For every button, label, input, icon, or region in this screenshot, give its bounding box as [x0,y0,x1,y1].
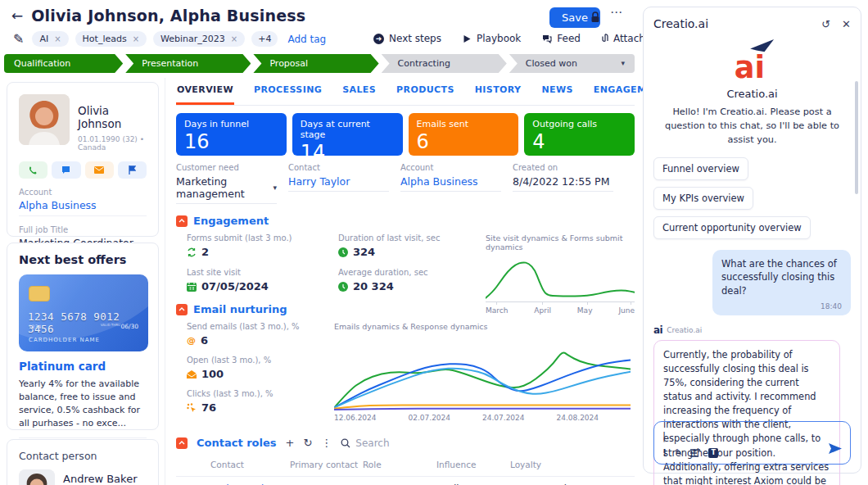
assistant-name: Creatio.ai [653,88,851,100]
site-visit-chart-plot [486,255,635,302]
contact-photo [19,94,70,145]
reset-chat-icon[interactable]: ↺ [821,18,830,30]
kebab-menu-icon[interactable]: ⋮ [321,437,332,449]
contact-person-title: Contact person [19,450,147,462]
customer-need-select[interactable]: Marketing management ▾ [176,175,277,204]
text-cursor: | [662,431,666,442]
kpi-outgoing-calls: Outgoing calls 4 [524,113,635,156]
main-content: OVERVIEW PROCESSING SALES PRODUCTS HISTO… [176,79,635,485]
tab-overview[interactable]: OVERVIEW [176,79,234,105]
remove-tag-icon[interactable]: × [133,34,139,43]
creatio-ai-small-logo: ai [653,324,662,336]
more-tags-chip[interactable]: +4 [251,31,278,47]
flag-button[interactable] [118,161,147,179]
tab-bar: OVERVIEW PROCESSING SALES PRODUCTS HISTO… [176,79,635,106]
attach-pen-icon[interactable]: ✎ [675,447,682,458]
created-on-label: Created on [513,163,613,172]
card-chip [29,286,50,301]
contact-person-photo [19,469,55,485]
stage-pipeline: Qualification Presentation Proposal Cont… [4,54,635,73]
account-field-link[interactable]: Alpha Business [400,175,501,192]
card-expiry: 06/30 [120,323,138,330]
collapse-icon[interactable] [176,215,188,227]
account-field-label: Account [400,163,501,172]
roles-search[interactable] [341,437,429,449]
account-link[interactable]: Alpha Business [19,199,147,216]
offer-link[interactable]: Platinum card [19,360,147,373]
refresh-icon[interactable]: ↻ [303,437,312,449]
detail-fields: Customer need Marketing management ▾ Con… [176,163,635,204]
next-steps-button[interactable]: ➜ Next steps [373,33,441,44]
page-title: Olivia Johnson, Alpha Business [31,7,305,25]
quick-actions [19,161,147,179]
stage-closed-won[interactable]: Closed won ▾ [509,54,635,73]
back-icon[interactable]: ← [11,7,23,24]
emails-dynamics-chart-xlabels: 12.06.202402.07.2024 24.07.202424.08.202… [334,414,631,422]
offers-title: Next best offers [19,253,147,266]
stage-dropdown-icon[interactable]: ▾ [621,54,625,73]
engagement-section-header: Engagement [176,215,635,227]
collapse-icon[interactable] [176,437,188,449]
tab-history[interactable]: HISTORY [474,79,522,105]
more-menu-icon[interactable]: ⋯ [610,5,623,20]
phone-icon [29,165,38,175]
roles-search-input[interactable] [355,437,429,449]
suggestion-opportunity-overview[interactable]: Current opportunity overview [653,216,811,239]
contact-roles-header: Contact roles + ↻ ⋮ [176,437,635,449]
contact-summary-card: Olivia Johnson 01.01.1990 (32) • Canada … [7,82,159,237]
kpi-days-at-stage: Days at current stage 14 [292,113,403,156]
text-format-icon[interactable]: T [708,448,718,458]
panel-scrollbar[interactable] [855,81,858,194]
suggestion-funnel-overview[interactable]: Funnel overview [653,157,748,180]
contact-link[interactable]: Harry Taylor [288,175,389,192]
feed-button[interactable]: Feed [542,33,581,44]
stage-qualification[interactable]: Qualification [4,54,123,73]
send-button[interactable] [829,442,842,457]
stage-presentation[interactable]: Presentation [125,54,251,73]
tab-processing[interactable]: PROCESSING [253,79,323,105]
suggestion-chips: Funnel overview My KPIs overview Current… [653,157,851,239]
site-visit-chart-xlabels: MarchApril MayJune [486,306,635,315]
add-tag-button[interactable]: Add tag [287,34,326,45]
table-row[interactable]: 1 Andrew Baker Yes Contact person Medium… [176,477,635,485]
next-steps-icon: ➜ [373,34,384,44]
contact-person-name[interactable]: Andrew Baker [63,473,138,485]
tag-chip[interactable]: AI× [32,31,68,47]
collapse-icon[interactable] [176,304,188,315]
chat-button[interactable] [52,161,80,179]
email-nurturing-title[interactable]: Email nurturing [193,303,287,315]
tab-products[interactable]: PRODUCTS [396,79,455,105]
remove-tag-icon[interactable]: × [231,34,237,43]
chat-input[interactable]: | ! ✎ T [653,421,851,465]
customer-need-label: Customer need [176,163,277,172]
playbook-button[interactable]: Playbook [463,33,521,44]
suggestion-kpis-overview[interactable]: My KPIs overview [653,187,753,210]
edit-tags-icon[interactable]: ✎ [13,31,24,47]
feed-icon [542,34,552,43]
chevron-down-icon[interactable]: ▾ [273,184,277,192]
tag-chip[interactable]: Hot_leads× [75,31,147,47]
engagement-title[interactable]: Engagement [193,215,269,227]
tab-sales[interactable]: SALES [341,79,377,105]
tag-chip[interactable]: Webinar_2023× [153,31,245,47]
card-number-small: 1234 [29,324,41,329]
email-button[interactable] [85,161,114,179]
remove-tag-icon[interactable]: × [54,34,61,43]
call-button[interactable] [19,161,47,179]
site-visit-chart: Site visit dynamics & Forms submit dynam… [486,233,635,315]
creatio-ai-panel: Creatio.ai ↺ ✕ ai Creatio.ai Hello! I'm … [643,7,861,474]
priority-icon[interactable]: ! [662,447,667,458]
close-panel-icon[interactable]: ✕ [842,18,851,30]
stage-proposal[interactable]: Proposal [253,54,378,73]
add-contact-role-icon[interactable]: + [286,437,295,449]
table-header-row: Contact Primary contact Role Influence L… [176,456,635,477]
calendar-icon [187,282,197,292]
user-message-time: 18:40 [721,302,842,310]
contact-roles-title[interactable]: Contact roles [197,437,277,449]
lock-icon[interactable] [590,11,600,26]
tab-news[interactable]: NEWS [540,79,573,105]
creatio-ai-logo: ai [653,37,851,86]
stage-contracting[interactable]: Contracting [382,54,507,73]
cardholder-name: CARDHOLDER NAME [29,337,100,343]
contact-label: Contact [288,163,389,172]
